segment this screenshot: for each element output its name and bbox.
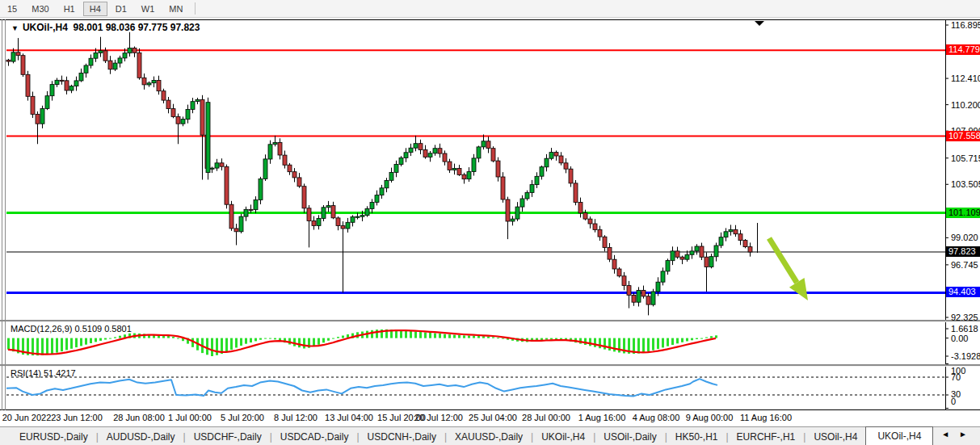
price-level-badge: 97.823 [946, 246, 980, 257]
tab-usdcnh-daily[interactable]: USDCNH-,Daily [360, 429, 444, 445]
tab-scroll-nav: ◄► [941, 430, 977, 439]
price-level-badge: 114.779 [946, 44, 980, 55]
chart-title: ▼UKOil-,H4 98.001 98.036 97.775 97.823 [11, 22, 200, 33]
tab-audusd-daily[interactable]: AUDUSD-,Daily [99, 429, 183, 445]
macd-scale-label: -3.1928 [951, 351, 980, 361]
tab-ukoil-h4[interactable]: UKOil-,H4 [865, 426, 933, 445]
macd-label: MACD(12,26,9) 0.5109 0.5801 [11, 324, 132, 334]
timeframe-button-d1[interactable]: D1 [109, 2, 133, 16]
time-tick-label: 13 Jul 04:00 [325, 413, 373, 422]
timeframe-button-h1[interactable]: H1 [57, 2, 82, 16]
price-tick-label: 105.715 [951, 153, 980, 163]
toolbar-separator [195, 2, 196, 15]
time-tick-label: 28 Jul 00:00 [522, 413, 570, 422]
mt4-chart-window: { "toolbar": { "timeframes": ["15", "M30… [0, 0, 980, 445]
price-tick-label: 110.200 [951, 100, 980, 110]
chart-tab-bar: EURUSD-,Daily|AUDUSD-,Daily|USDCHF-,Dail… [0, 426, 980, 445]
time-tick-label: 25 Jul 04:00 [469, 413, 517, 422]
timeframe-button-15[interactable]: 15 [1, 2, 23, 16]
rsi-label: RSI(14) 51.4217 [11, 368, 76, 378]
tab-ukoil-h4[interactable]: UKOil-,H4 [533, 429, 593, 445]
price-tick-label: 96.745 [951, 260, 978, 270]
tab-scroll-right-icon[interactable]: ► [959, 430, 977, 439]
macd-scale-label: 1.6618 [951, 324, 978, 334]
timeframe-button-h4[interactable]: H4 [83, 2, 107, 16]
price-tick-label: 112.410 [951, 73, 980, 83]
time-tick-label: 1 Aug 16:00 [578, 413, 626, 422]
timeframe-button-mn[interactable]: MN [162, 2, 189, 16]
rsi-scale-label: 70 [951, 372, 961, 382]
chart-symbol-label: UKOil-,H4 [23, 22, 68, 33]
time-tick-label: 1 Jul 00:00 [168, 413, 212, 422]
price-tick-label: 99.020 [951, 233, 978, 242]
macd-scale-label: 0.00 [951, 334, 968, 343]
time-tick-label: 9 Aug 00:00 [686, 413, 734, 422]
tab-usdchf-daily[interactable]: USDCHF-,Daily [186, 429, 270, 445]
chart-ohlc-values: 98.001 98.036 97.775 97.823 [74, 22, 200, 33]
tab-eurusd-daily[interactable]: EURUSD-,Daily [11, 429, 96, 445]
time-tick-label: 8 Jul 12:00 [274, 413, 318, 422]
price-tick-label: 92.325 [951, 313, 978, 322]
rsi-scale-label: 0 [951, 397, 956, 406]
tab-usoil-daily[interactable]: USOil-,Daily [595, 429, 664, 445]
price-level-badge: 101.109 [946, 208, 980, 218]
time-tick-label: 23 Jun 12:00 [51, 413, 103, 422]
time-tick-label: 28 Jun 08:00 [113, 413, 165, 422]
time-tick-label: 5 Jul 20:00 [221, 413, 264, 422]
tab-eurchf-h1[interactable]: EURCHF-,H1 [729, 429, 804, 445]
chart-dropdown-icon[interactable]: ▼ [11, 24, 19, 32]
time-tick-label: 4 Aug 08:00 [633, 413, 680, 422]
tab-usdcad-daily[interactable]: USDCAD-,Daily [272, 429, 357, 445]
timeframe-toolbar: 15M30H1H4D1W1MN [0, 0, 980, 18]
time-tick-label: 20 Jun 2022 [2, 413, 52, 422]
tab-scroll-left-icon[interactable]: ◄ [941, 430, 959, 439]
tab-hk50-h1[interactable]: HK50-,H1 [667, 429, 726, 445]
price-level-badge: 107.558 [946, 131, 980, 141]
tab-xauusd-daily[interactable]: XAUUSD-,Daily [447, 429, 531, 445]
time-tick-label: 20 Jul 12:00 [414, 413, 463, 422]
chart-canvas[interactable] [0, 18, 980, 426]
timeframe-button-m30[interactable]: M30 [25, 2, 55, 16]
tab-usoil-h4[interactable]: USOil-,H4 [805, 429, 865, 445]
time-tick-label: 11 Aug 16:00 [740, 413, 792, 422]
price-tick-label: 116.895 [951, 20, 980, 30]
timeframe-button-w1[interactable]: W1 [135, 2, 162, 16]
price-tick-label: 103.505 [951, 179, 980, 189]
price-level-badge: 94.403 [946, 287, 980, 297]
